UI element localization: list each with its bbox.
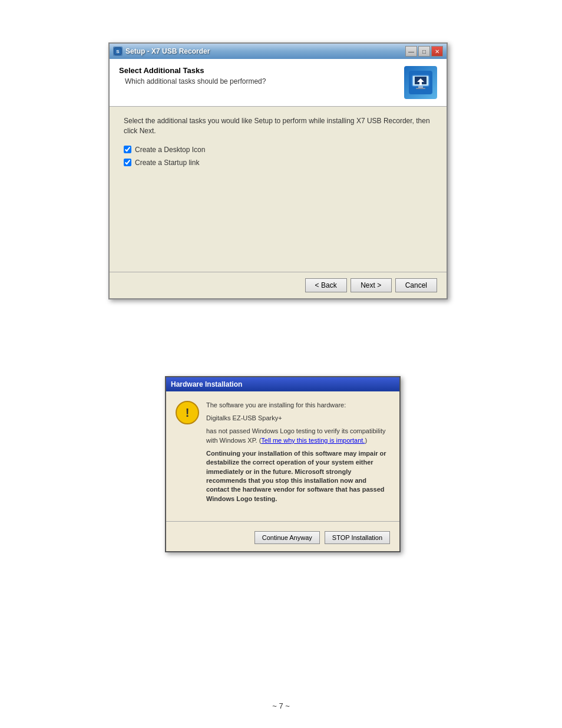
desktop-icon-label[interactable]: Create a Desktop Icon: [135, 146, 205, 154]
minimize-button[interactable]: —: [405, 46, 417, 57]
stop-installation-button[interactable]: STOP Installation: [325, 531, 390, 544]
hw-separator: [166, 521, 399, 522]
svg-rect-5: [418, 86, 423, 88]
body-description: Select the additional tasks you would li…: [124, 116, 432, 136]
hw-logo-warning: has not passed Windows Logo testing to v…: [206, 427, 390, 446]
setup-dialog: S Setup - X7 USB Recorder — □ ✕ Select A…: [108, 42, 448, 299]
maximize-button[interactable]: □: [418, 46, 430, 57]
setup-footer: < Back Next > Cancel: [110, 272, 447, 298]
header-text: Select Additional Tasks Which additional…: [119, 66, 398, 99]
startup-link-checkbox[interactable]: [124, 159, 131, 166]
svg-rect-6: [416, 88, 425, 89]
setup-body: Select the additional tasks you would li…: [110, 107, 447, 272]
titlebar-left: S Setup - X7 USB Recorder: [113, 47, 210, 56]
setup-titlebar: S Setup - X7 USB Recorder — □ ✕: [110, 44, 447, 59]
hw-body: ! The software you are installing for th…: [166, 391, 399, 516]
hw-content: The software you are installing for this…: [206, 401, 390, 507]
hw-dialog-title: Hardware Installation: [171, 380, 242, 388]
header-subtitle: Which additional tasks should be perform…: [125, 77, 398, 85]
hw-strong-warning: Continuing your installation of this sof…: [206, 449, 390, 503]
hw-footer: Continue Anyway STOP Installation: [166, 526, 399, 551]
logo-line3: ): [365, 437, 367, 444]
header-icon: [404, 66, 437, 99]
page-number: ~ 7 ~: [272, 701, 290, 710]
next-button[interactable]: Next >: [351, 278, 392, 292]
titlebar-buttons: — □ ✕: [405, 46, 443, 57]
dialog-title: Setup - X7 USB Recorder: [125, 47, 210, 55]
startup-link-row: Create a Startup link: [124, 159, 432, 167]
cancel-button[interactable]: Cancel: [395, 278, 437, 292]
logo-link[interactable]: Tell me why this testing is important.: [261, 437, 365, 444]
hardware-installation-dialog: Hardware Installation ! The software you…: [165, 376, 401, 552]
desktop-icon-row: Create a Desktop Icon: [124, 146, 432, 154]
logo-line1: has not passed Windows Logo testing to v…: [206, 427, 385, 434]
logo-line2: with Windows XP. (: [206, 437, 261, 444]
startup-link-label[interactable]: Create a Startup link: [135, 159, 199, 167]
warning-icon: !: [176, 401, 199, 424]
hw-device-name: Digitalks EZ-USB Sparky+: [206, 414, 390, 423]
header-title: Select Additional Tasks: [119, 66, 398, 75]
close-button[interactable]: ✕: [431, 46, 443, 57]
setup-header: Select Additional Tasks Which additional…: [110, 59, 447, 107]
desktop-icon-checkbox[interactable]: [124, 146, 131, 153]
app-icon: S: [113, 47, 123, 56]
hw-titlebar: Hardware Installation: [166, 377, 399, 391]
hw-intro-text: The software you are installing for this…: [206, 401, 390, 410]
svg-text:S: S: [116, 49, 120, 54]
back-button[interactable]: < Back: [305, 278, 347, 292]
warning-symbol: !: [186, 406, 190, 420]
continue-anyway-button[interactable]: Continue Anyway: [254, 531, 320, 544]
